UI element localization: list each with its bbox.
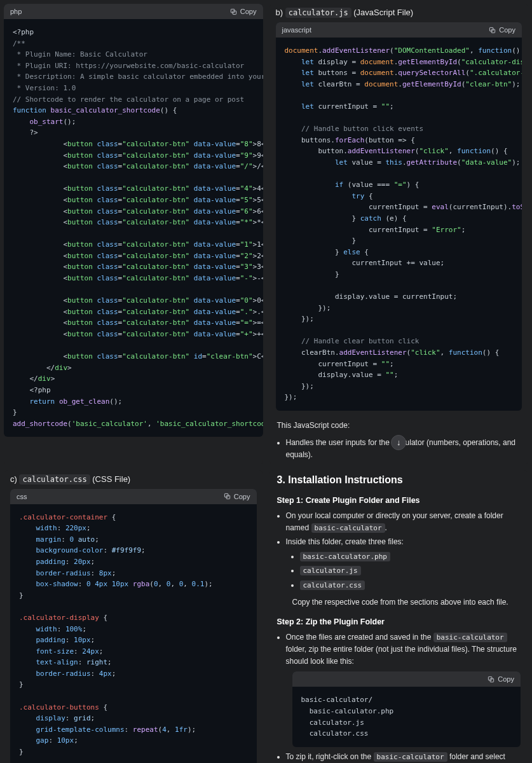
list-item: basic-calculator.php <box>300 551 529 563</box>
code-content-php[interactable]: <?php /** * Plugin Name: Basic Calculato… <box>4 19 263 437</box>
panel-c-css: c) calculator.css (CSS File) css Copy .c… <box>4 471 263 763</box>
step1-files-list: basic-calculator.php calculator.js calcu… <box>283 551 529 591</box>
code-block-structure: Copy basic-calculator/ basic-calculator.… <box>292 671 521 746</box>
code-block-js: javascript Copy document.addEventListene… <box>276 22 522 411</box>
copy-button[interactable]: Copy <box>488 675 514 683</box>
copy-icon <box>488 676 494 683</box>
copy-button[interactable]: Copy <box>230 8 257 15</box>
list-item: Inside this folder, create three files: <box>286 536 529 548</box>
panel-a-php: php Copy <?php /** * Plugin Name: Basic … <box>4 4 263 464</box>
code-block-css: css Copy .calculator-container { width: … <box>10 489 257 763</box>
list-item: calculator.css <box>300 579 529 591</box>
inline-code: basic-calculator <box>433 633 507 642</box>
copy-button[interactable]: Copy <box>224 493 250 500</box>
code-header: php Copy <box>4 4 263 19</box>
inline-code: calculator.js <box>300 566 361 575</box>
copy-icon <box>230 8 237 15</box>
step-heading: Step 1: Create Plugin Folder and Files <box>269 490 529 507</box>
step-heading: Step 2: Zip the Plugin Folder <box>269 611 529 629</box>
step2-list: Once the files are created and saved in … <box>269 631 529 668</box>
arrow-down-icon: ↓ <box>397 437 401 447</box>
inline-code: basic-calculator <box>374 752 447 762</box>
inline-code: calculator.css <box>300 581 365 590</box>
code-content-structure[interactable]: basic-calculator/ basic-calculator.php c… <box>292 687 521 746</box>
scroll-down-button[interactable]: ↓ <box>391 435 406 450</box>
code-block-php: php Copy <?php /** * Plugin Name: Basic … <box>4 4 263 437</box>
list-item: Handles the user inputs for the calculat… <box>286 437 529 461</box>
code-header: javascript Copy <box>276 22 522 38</box>
code-content-js[interactable]: document.addEventListener("DOMContentLoa… <box>276 38 522 411</box>
code-header: Copy <box>292 671 521 687</box>
step2-list-2: To zip it, right-click on the basic-calc… <box>269 751 529 763</box>
code-lang-label: php <box>10 8 22 15</box>
panel-b-js: b) calculator.js (JavaScript File) javas… <box>269 4 529 464</box>
list-item: On your local computer or directly on yo… <box>286 510 529 534</box>
list-item: To zip it, right-click on the basic-calc… <box>286 751 529 763</box>
filename-code: calculator.css <box>19 474 90 485</box>
section-heading: 3. Installation Instructions <box>269 471 529 490</box>
code-header: css Copy <box>10 489 257 504</box>
code-lang-label: css <box>17 493 27 500</box>
filename-code: calculator.js <box>285 8 351 18</box>
code-lang-label: javascript <box>282 26 311 34</box>
step1-after: Copy the respective code from the sectio… <box>269 594 529 611</box>
list-item: Once the files are created and saved in … <box>286 631 529 668</box>
inline-code: basic-calculator.php <box>300 552 390 561</box>
panel-c-title: c) calculator.css (CSS File) <box>4 471 263 489</box>
code-content-css[interactable]: .calculator-container { width: 220px; ma… <box>10 504 257 763</box>
panel-b-title: b) calculator.js (JavaScript File) <box>269 4 529 22</box>
step1-list: On your local computer or directly on yo… <box>269 510 529 549</box>
inline-code: basic-calculator <box>311 523 385 533</box>
copy-icon <box>489 27 496 34</box>
list-item: calculator.js <box>300 565 529 577</box>
copy-button[interactable]: Copy <box>489 26 515 34</box>
copy-icon <box>224 493 231 500</box>
panel-d-instructions: 3. Installation Instructions Step 1: Cre… <box>269 471 529 763</box>
panel-b-after-text: This JavaScript code: <box>269 417 529 434</box>
